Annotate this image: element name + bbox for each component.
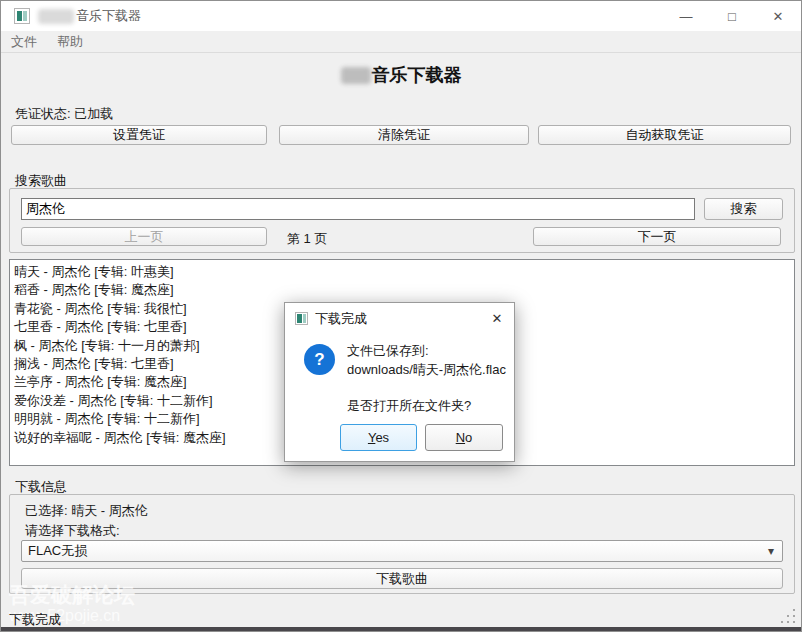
dialog-message-line2: downloads/晴天-周杰伦.flac	[347, 361, 506, 379]
prev-page-button[interactable]: 上一页	[21, 227, 267, 246]
dialog-titlebar: 下载完成 ✕	[285, 303, 514, 334]
yes-button[interactable]: Yes	[340, 424, 417, 451]
app-window: 音乐下载器 — □ ✕ 文件 帮助 音乐下载器 凭证状态: 已加载 设置凭证 清…	[0, 0, 802, 632]
search-input[interactable]	[21, 198, 695, 220]
close-button[interactable]: ✕	[755, 1, 801, 31]
set-credential-button[interactable]: 设置凭证	[11, 125, 267, 145]
dialog-app-icon	[295, 312, 308, 325]
download-song-button[interactable]: 下载歌曲	[21, 568, 783, 589]
page-number-label: 第 1 页	[287, 230, 327, 248]
next-page-button[interactable]: 下一页	[533, 227, 781, 246]
menu-file[interactable]: 文件	[1, 33, 47, 51]
dialog-question: 是否打开所在文件夹?	[347, 397, 471, 415]
titlebar: 音乐下载器 — □ ✕	[1, 1, 801, 31]
page-title: 音乐下载器	[1, 63, 801, 87]
maximize-button[interactable]: □	[709, 1, 755, 31]
window-controls: — □ ✕	[663, 1, 801, 31]
app-icon	[14, 8, 30, 24]
auto-credential-button[interactable]: 自动获取凭证	[538, 125, 791, 145]
dialog-close-button[interactable]: ✕	[480, 303, 514, 334]
format-prompt-label: 请选择下载格式:	[25, 522, 120, 540]
redacted-brand-blur	[341, 67, 371, 84]
song-list-item[interactable]: 稻香 - 周杰伦 [专辑: 魔杰座]	[10, 281, 794, 299]
question-icon: ?	[304, 344, 335, 375]
format-select[interactable]: FLAC无损 ▾	[21, 540, 783, 562]
search-button[interactable]: 搜索	[704, 198, 783, 220]
menubar: 文件 帮助	[1, 31, 801, 53]
maximize-icon: □	[728, 9, 736, 24]
menu-help[interactable]: 帮助	[47, 33, 93, 51]
chevron-down-icon: ▾	[768, 544, 774, 558]
page-title-text: 音乐下载器	[372, 65, 462, 85]
no-button-label: No	[456, 430, 473, 445]
selected-song-label: 已选择: 晴天 - 周杰伦	[25, 502, 148, 520]
download-complete-dialog: 下载完成 ✕ ? 文件已保存到: downloads/晴天-周杰伦.flac 是…	[284, 302, 515, 462]
dialog-title: 下载完成	[315, 310, 367, 328]
song-list-item[interactable]: 晴天 - 周杰伦 [专辑: 叶惠美]	[10, 263, 794, 281]
taskbar-edge	[1, 627, 801, 631]
yes-button-label: Yes	[368, 430, 389, 445]
no-button[interactable]: No	[425, 424, 503, 451]
close-icon: ✕	[773, 9, 784, 24]
format-select-value: FLAC无损	[28, 542, 87, 560]
resize-grip[interactable]	[781, 609, 796, 624]
dialog-message-line1: 文件已保存到:	[347, 342, 429, 360]
redacted-brand-blur	[38, 9, 74, 24]
clear-credential-button[interactable]: 清除凭证	[279, 125, 529, 145]
minimize-icon: —	[680, 9, 693, 24]
minimize-button[interactable]: —	[663, 1, 709, 31]
window-title: 音乐下载器	[76, 7, 141, 25]
credential-status: 凭证状态: 已加载	[15, 105, 113, 123]
dialog-close-icon: ✕	[492, 311, 503, 326]
